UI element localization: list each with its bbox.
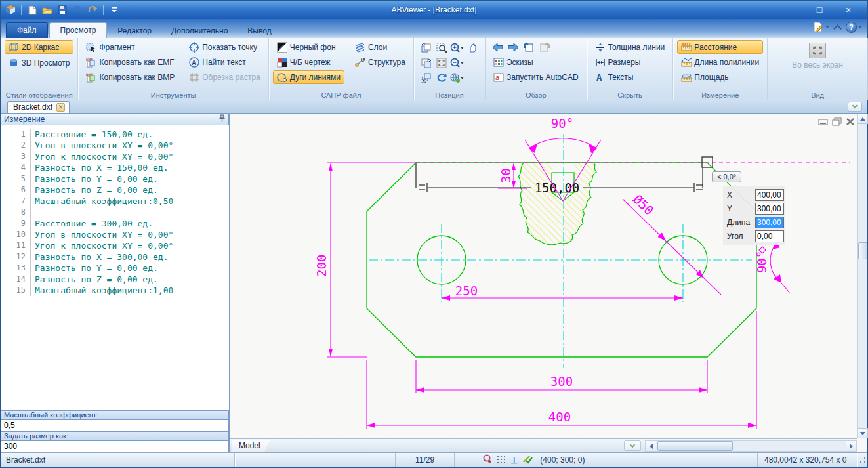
- mdi-restore-icon[interactable]: [832, 117, 842, 128]
- btn-layers[interactable]: Слои: [351, 40, 409, 54]
- snap-grid-icon[interactable]: [497, 455, 506, 466]
- copy-position-icon[interactable]: [421, 58, 431, 68]
- vertical-scrollbar[interactable]: [857, 114, 867, 438]
- zoom-window-icon[interactable]: [436, 43, 447, 53]
- mdi-window-controls: [818, 117, 855, 128]
- forward-arrow-icon[interactable]: [508, 42, 518, 53]
- btn-launch-autocad[interactable]: a Запустить AutoCAD: [489, 70, 583, 84]
- btn-hide-dimensions[interactable]: Размеры: [591, 55, 669, 69]
- btn-fullscreen[interactable]: Во весь экран: [772, 40, 863, 72]
- btn-thumbnails[interactable]: Эскизы: [489, 55, 583, 69]
- set-size-input[interactable]: 300: [1, 440, 229, 452]
- copy-bmp-icon: BMP: [86, 72, 96, 83]
- collapse-ribbon-icon[interactable]: [833, 24, 842, 33]
- zoom-in-icon[interactable]: [450, 43, 465, 53]
- tab-view[interactable]: Просмотр: [49, 22, 108, 38]
- resize-grip[interactable]: [859, 457, 866, 463]
- zoom-out-icon[interactable]: [450, 58, 465, 68]
- scroll-left-button[interactable]: [646, 441, 656, 451]
- dropdown-arrow-icon: [858, 26, 862, 28]
- dim-400-label: 400: [548, 410, 571, 424]
- mdi-minimize-icon[interactable]: [818, 117, 828, 128]
- ortho-mode-icon[interactable]: ⊥: [510, 456, 518, 465]
- document-tab-bracket[interactable]: Bracket.dxf ✕: [7, 101, 70, 113]
- coord-row-y: Y 300,00: [727, 202, 784, 215]
- group-cad-file: Черный фон Ч/Б чертеж Дуги линиями Слои: [269, 38, 414, 100]
- minimize-button[interactable]: —: [781, 1, 800, 18]
- measure-line: 9Расстояние = 300,00 ед.: [1, 218, 229, 229]
- draw-check-icon[interactable]: [522, 455, 533, 466]
- tab-list-dropdown-button[interactable]: [848, 102, 862, 112]
- btn-hide-lineweight[interactable]: Толщина линии: [591, 40, 669, 54]
- group-hide: Толщина линии Размеры A Тексты Скрыть: [587, 38, 674, 100]
- pan-hand-icon[interactable]: [468, 43, 478, 53]
- btn-show-point[interactable]: Показать точку: [185, 40, 264, 54]
- measure-line: 6Разность по Z = 0,00 ед.: [1, 184, 229, 196]
- coord-length-input[interactable]: 300,00: [755, 217, 784, 228]
- btn-fragment[interactable]: Фрагмент: [82, 40, 178, 54]
- find-position-icon[interactable]: [482, 454, 492, 466]
- undo-view-icon[interactable]: [524, 42, 534, 53]
- redo-view-icon[interactable]: [539, 42, 550, 53]
- btn-3d-view[interactable]: 3D Просмотр: [5, 56, 73, 70]
- scroll-down-button[interactable]: [858, 428, 868, 438]
- help-button[interactable]: ?: [846, 22, 862, 33]
- btn-2d-wireframe[interactable]: 2D Каркас: [5, 40, 73, 54]
- btn-copy-as-bmp[interactable]: BMP Копировать как BMP: [82, 70, 178, 84]
- set-size-label: Задать размер как:: [1, 431, 229, 440]
- edit-mode-icon[interactable]: [812, 21, 829, 33]
- measure-line: 1Расстояние = 150,00 ед.: [1, 129, 229, 140]
- wireframe-icon: [9, 42, 19, 53]
- tab-file[interactable]: Файл: [6, 22, 48, 38]
- btn-structure[interactable]: Структура: [351, 55, 409, 69]
- fit-to-window-icon[interactable]: [436, 58, 447, 68]
- btn-arcs-as-lines[interactable]: Дуги линиями: [273, 70, 344, 84]
- measure-results-list[interactable]: 1Расстояние = 150,00 ед. 2Угол в плоскос…: [1, 125, 229, 410]
- scroll-up-button[interactable]: [858, 114, 868, 124]
- tab-close-icon[interactable]: ✕: [56, 103, 65, 112]
- btn-bw-drawing[interactable]: Ч/Б чертеж: [273, 55, 344, 69]
- coord-angle-input[interactable]: 0,00: [755, 230, 784, 242]
- measure-line: 11Угол к плоскости XY = 0,00°: [1, 240, 229, 251]
- pin-icon[interactable]: [218, 114, 226, 125]
- model-tab[interactable]: Model: [232, 440, 270, 452]
- coord-x-input[interactable]: 400,00: [755, 189, 784, 201]
- close-button[interactable]: ×: [838, 1, 858, 18]
- coord-y-input[interactable]: 300,00: [755, 203, 784, 215]
- tab-output[interactable]: Вывод: [238, 24, 280, 38]
- btn-area[interactable]: Площадь: [677, 70, 763, 84]
- dim-250-label: 250: [455, 284, 478, 298]
- refresh-icon[interactable]: [436, 73, 447, 83]
- scale-factor-input[interactable]: 0,5: [1, 419, 229, 431]
- copy-emf-icon: EMF: [86, 57, 96, 68]
- chevron-down-icon: [630, 442, 635, 447]
- chevron-down-icon: [852, 103, 858, 108]
- btn-find-text[interactable]: A Найти текст: [185, 55, 264, 69]
- rotate-pages-icon[interactable]: [421, 43, 431, 53]
- btn-copy-as-emf[interactable]: EMF Копировать как EMF: [82, 55, 178, 69]
- mdi-close-icon[interactable]: [846, 117, 855, 128]
- btn-hide-texts[interactable]: A Тексты: [591, 70, 669, 84]
- rotate-angle-icon[interactable]: 35°: [421, 73, 431, 83]
- btn-black-background[interactable]: Черный фон: [273, 40, 344, 54]
- horizontal-scroll-thumb[interactable]: [657, 441, 733, 451]
- status-icons: ⊥ (400; 300; 0): [455, 454, 591, 466]
- horizontal-scrollbar[interactable]: [645, 440, 857, 452]
- measure-line: 10Угол в плоскости XY = 0,00°: [1, 229, 229, 240]
- btn-polyline-length[interactable]: Длина полилинии: [677, 55, 763, 69]
- tab-advanced[interactable]: Дополнительно: [162, 24, 237, 38]
- cad-canvas[interactable]: 150,00: [230, 114, 859, 440]
- vertical-scroll-thumb[interactable]: [858, 242, 867, 259]
- scroll-right-button[interactable]: [846, 441, 856, 451]
- coord-y-label: Y: [727, 204, 755, 213]
- abviewer-window: ABViewer - [Bracket.dxf] — □ × Файл Прос…: [0, 0, 868, 468]
- maximize-button[interactable]: □: [810, 1, 829, 18]
- btn-distance[interactable]: Расстояние: [677, 40, 763, 54]
- zoom-world-icon[interactable]: [450, 73, 465, 83]
- tab-editor[interactable]: Редактор: [108, 24, 161, 38]
- layout-list-button[interactable]: [624, 440, 641, 451]
- back-arrow-icon[interactable]: [492, 42, 503, 53]
- arrow-down-icon: [860, 432, 865, 435]
- status-filename: Bracket.dxf: [1, 453, 235, 467]
- btn-crop-raster[interactable]: Обрезка растра: [185, 70, 264, 84]
